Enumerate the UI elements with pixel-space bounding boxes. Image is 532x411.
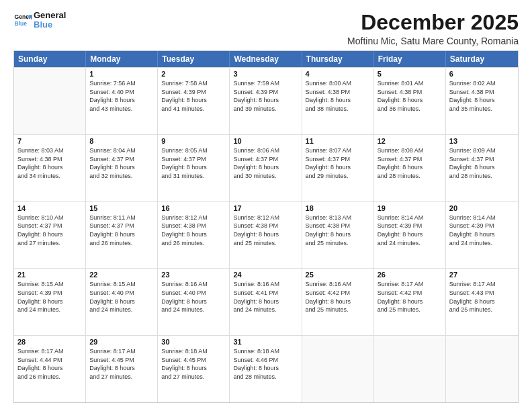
- day-cell-15: 15Sunrise: 8:11 AM Sunset: 4:37 PM Dayli…: [86, 202, 158, 269]
- day-info: Sunrise: 8:18 AM Sunset: 4:45 PM Dayligh…: [161, 347, 226, 381]
- day-cell-5: 5Sunrise: 8:01 AM Sunset: 4:38 PM Daylig…: [374, 68, 446, 134]
- day-cell-7: 7Sunrise: 8:03 AM Sunset: 4:38 PM Daylig…: [14, 135, 86, 201]
- day-info: Sunrise: 7:58 AM Sunset: 4:39 PM Dayligh…: [161, 79, 226, 113]
- day-number: 17: [233, 204, 298, 212]
- day-info: Sunrise: 8:17 AM Sunset: 4:42 PM Dayligh…: [378, 280, 442, 314]
- day-cell-27: 27Sunrise: 8:17 AM Sunset: 4:43 PM Dayli…: [446, 269, 518, 335]
- day-info: Sunrise: 8:11 AM Sunset: 4:37 PM Dayligh…: [89, 214, 154, 247]
- day-info: Sunrise: 8:15 AM Sunset: 4:39 PM Dayligh…: [17, 280, 82, 314]
- day-number: 8: [89, 137, 154, 145]
- week-row-5: 28Sunrise: 8:17 AM Sunset: 4:44 PM Dayli…: [14, 335, 518, 402]
- day-info: Sunrise: 8:07 AM Sunset: 4:37 PM Dayligh…: [306, 146, 370, 180]
- day-cell-20: 20Sunrise: 8:14 AM Sunset: 4:39 PM Dayli…: [446, 202, 518, 269]
- day-info: Sunrise: 8:09 AM Sunset: 4:37 PM Dayligh…: [449, 146, 515, 180]
- day-number: 5: [378, 70, 442, 78]
- day-info: Sunrise: 8:17 AM Sunset: 4:45 PM Dayligh…: [89, 347, 154, 381]
- day-cell-22: 22Sunrise: 8:15 AM Sunset: 4:40 PM Dayli…: [86, 269, 158, 335]
- day-number: 22: [89, 271, 154, 279]
- col-header-wednesday: Wednesday: [230, 51, 302, 67]
- day-number: 19: [378, 204, 442, 212]
- week-row-4: 21Sunrise: 8:15 AM Sunset: 4:39 PM Dayli…: [14, 268, 518, 335]
- col-header-sunday: Sunday: [14, 51, 86, 67]
- day-info: Sunrise: 8:17 AM Sunset: 4:44 PM Dayligh…: [17, 347, 82, 381]
- day-info: Sunrise: 8:04 AM Sunset: 4:37 PM Dayligh…: [89, 146, 154, 180]
- day-cell-23: 23Sunrise: 8:16 AM Sunset: 4:40 PM Dayli…: [158, 269, 230, 335]
- day-info: Sunrise: 8:02 AM Sunset: 4:38 PM Dayligh…: [449, 79, 515, 113]
- logo-icon: General Blue: [13, 11, 32, 30]
- day-number: 1: [89, 70, 154, 78]
- logo-line2: Blue: [34, 20, 66, 30]
- empty-cell: [446, 336, 518, 402]
- day-cell-29: 29Sunrise: 8:17 AM Sunset: 4:45 PM Dayli…: [86, 336, 158, 402]
- day-info: Sunrise: 8:00 AM Sunset: 4:38 PM Dayligh…: [306, 79, 370, 113]
- day-number: 23: [161, 271, 226, 279]
- day-number: 4: [306, 70, 370, 78]
- day-cell-12: 12Sunrise: 8:08 AM Sunset: 4:37 PM Dayli…: [374, 135, 446, 201]
- day-info: Sunrise: 8:12 AM Sunset: 4:38 PM Dayligh…: [233, 214, 298, 247]
- day-number: 3: [233, 70, 298, 78]
- week-row-3: 14Sunrise: 8:10 AM Sunset: 4:37 PM Dayli…: [14, 201, 518, 269]
- day-info: Sunrise: 8:16 AM Sunset: 4:40 PM Dayligh…: [161, 280, 226, 314]
- day-cell-19: 19Sunrise: 8:14 AM Sunset: 4:39 PM Dayli…: [374, 202, 446, 269]
- day-info: Sunrise: 8:13 AM Sunset: 4:38 PM Dayligh…: [306, 214, 370, 247]
- col-header-tuesday: Tuesday: [158, 51, 230, 67]
- day-info: Sunrise: 8:14 AM Sunset: 4:39 PM Dayligh…: [378, 214, 442, 247]
- day-cell-13: 13Sunrise: 8:09 AM Sunset: 4:37 PM Dayli…: [446, 135, 518, 201]
- day-cell-31: 31Sunrise: 8:18 AM Sunset: 4:46 PM Dayli…: [230, 336, 302, 402]
- day-number: 29: [89, 338, 154, 346]
- day-cell-6: 6Sunrise: 8:02 AM Sunset: 4:38 PM Daylig…: [446, 68, 518, 134]
- day-info: Sunrise: 8:03 AM Sunset: 4:38 PM Dayligh…: [17, 146, 82, 180]
- day-cell-21: 21Sunrise: 8:15 AM Sunset: 4:39 PM Dayli…: [14, 269, 86, 335]
- empty-cell: [374, 336, 446, 402]
- day-cell-9: 9Sunrise: 8:05 AM Sunset: 4:37 PM Daylig…: [158, 135, 230, 201]
- col-header-thursday: Thursday: [302, 51, 374, 67]
- col-header-friday: Friday: [374, 51, 446, 67]
- day-cell-30: 30Sunrise: 8:18 AM Sunset: 4:45 PM Dayli…: [158, 336, 230, 402]
- day-number: 31: [233, 338, 298, 346]
- day-number: 2: [161, 70, 226, 78]
- day-cell-3: 3Sunrise: 7:59 AM Sunset: 4:39 PM Daylig…: [230, 68, 302, 134]
- day-cell-8: 8Sunrise: 8:04 AM Sunset: 4:37 PM Daylig…: [86, 135, 158, 201]
- day-info: Sunrise: 8:05 AM Sunset: 4:37 PM Dayligh…: [161, 146, 226, 180]
- logo-line1: General: [34, 11, 66, 20]
- day-number: 30: [161, 338, 226, 346]
- day-info: Sunrise: 8:12 AM Sunset: 4:38 PM Dayligh…: [161, 214, 226, 247]
- day-cell-17: 17Sunrise: 8:12 AM Sunset: 4:38 PM Dayli…: [230, 202, 302, 269]
- day-info: Sunrise: 8:01 AM Sunset: 4:38 PM Dayligh…: [378, 79, 442, 113]
- title-block: December 2025 Moftinu Mic, Satu Mare Cou…: [347, 11, 519, 46]
- day-cell-24: 24Sunrise: 8:16 AM Sunset: 4:41 PM Dayli…: [230, 269, 302, 335]
- empty-cell: [14, 68, 86, 134]
- day-cell-2: 2Sunrise: 7:58 AM Sunset: 4:39 PM Daylig…: [158, 68, 230, 134]
- col-header-monday: Monday: [86, 51, 158, 67]
- day-number: 20: [449, 204, 515, 212]
- day-info: Sunrise: 7:59 AM Sunset: 4:39 PM Dayligh…: [233, 79, 298, 113]
- day-info: Sunrise: 8:17 AM Sunset: 4:43 PM Dayligh…: [449, 280, 515, 314]
- day-cell-18: 18Sunrise: 8:13 AM Sunset: 4:38 PM Dayli…: [302, 202, 374, 269]
- day-cell-14: 14Sunrise: 8:10 AM Sunset: 4:37 PM Dayli…: [14, 202, 86, 269]
- day-cell-16: 16Sunrise: 8:12 AM Sunset: 4:38 PM Dayli…: [158, 202, 230, 269]
- day-cell-4: 4Sunrise: 8:00 AM Sunset: 4:38 PM Daylig…: [302, 68, 374, 134]
- day-info: Sunrise: 8:16 AM Sunset: 4:42 PM Dayligh…: [306, 280, 370, 314]
- day-cell-25: 25Sunrise: 8:16 AM Sunset: 4:42 PM Dayli…: [302, 269, 374, 335]
- svg-text:General: General: [15, 14, 32, 21]
- day-number: 27: [449, 271, 515, 279]
- empty-cell: [302, 336, 374, 402]
- calendar-header: SundayMondayTuesdayWednesdayThursdayFrid…: [14, 51, 518, 67]
- day-number: 28: [17, 338, 82, 346]
- day-cell-28: 28Sunrise: 8:17 AM Sunset: 4:44 PM Dayli…: [14, 336, 86, 402]
- day-number: 12: [378, 137, 442, 145]
- day-info: Sunrise: 8:10 AM Sunset: 4:37 PM Dayligh…: [17, 214, 82, 247]
- day-info: Sunrise: 8:16 AM Sunset: 4:41 PM Dayligh…: [233, 280, 298, 314]
- day-cell-26: 26Sunrise: 8:17 AM Sunset: 4:42 PM Dayli…: [374, 269, 446, 335]
- day-info: Sunrise: 8:14 AM Sunset: 4:39 PM Dayligh…: [449, 214, 515, 247]
- day-number: 15: [89, 204, 154, 212]
- subtitle: Moftinu Mic, Satu Mare County, Romania: [347, 36, 519, 46]
- day-info: Sunrise: 8:15 AM Sunset: 4:40 PM Dayligh…: [89, 280, 154, 314]
- day-info: Sunrise: 7:56 AM Sunset: 4:40 PM Dayligh…: [89, 79, 154, 113]
- day-number: 6: [449, 70, 515, 78]
- day-number: 16: [161, 204, 226, 212]
- day-info: Sunrise: 8:18 AM Sunset: 4:46 PM Dayligh…: [233, 347, 298, 381]
- day-number: 10: [233, 137, 298, 145]
- svg-text:Blue: Blue: [15, 20, 28, 27]
- day-number: 9: [161, 137, 226, 145]
